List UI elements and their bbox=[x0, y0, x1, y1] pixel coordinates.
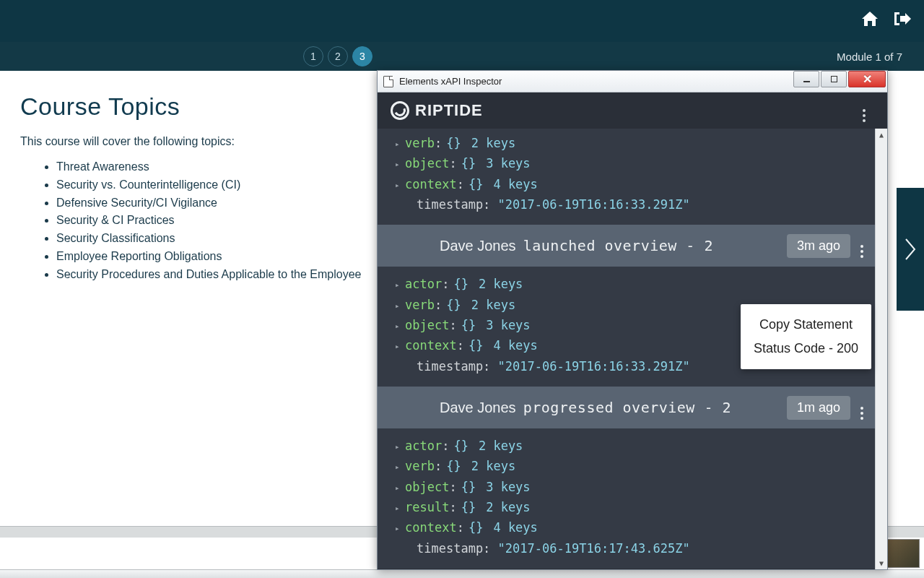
window-titlebar[interactable]: Elements xAPI Inspector ✕ bbox=[378, 71, 887, 92]
page-1[interactable]: 1 bbox=[303, 46, 323, 66]
statement-time-badge: 1m ago bbox=[787, 396, 850, 420]
json-row[interactable]: ▸context:{}4 keys bbox=[378, 174, 875, 194]
json-row[interactable]: ▸object:{}3 keys bbox=[378, 153, 875, 173]
json-row[interactable]: ▸result:{}2 keys bbox=[378, 497, 875, 517]
json-row[interactable]: ▸actor:{}2 keys bbox=[378, 274, 875, 294]
inspector-header: RIPTIDE bbox=[378, 92, 887, 129]
copy-statement-item[interactable]: Copy Statement bbox=[754, 313, 858, 337]
page-circles: 1 2 3 bbox=[303, 46, 372, 66]
page-2[interactable]: 2 bbox=[328, 46, 348, 66]
window-controls: ✕ bbox=[793, 71, 887, 92]
json-block: ▸actor:{}2 keys ▸verb:{}2 keys ▸object:{… bbox=[378, 428, 875, 569]
brand-logo: RIPTIDE bbox=[391, 101, 483, 120]
json-timestamp: timestamp: "2017-06-19T16:17:43.625Z" bbox=[378, 538, 875, 558]
json-timestamp: timestamp: "2017-06-19T16:16:33.291Z" bbox=[378, 194, 875, 215]
taskbar bbox=[0, 569, 924, 578]
page-3[interactable]: 3 bbox=[352, 46, 372, 66]
topbar bbox=[0, 0, 924, 42]
brand-name: RIPTIDE bbox=[415, 101, 483, 120]
statement-actor: Dave Jones bbox=[440, 238, 516, 254]
statement-actor: Dave Jones bbox=[440, 400, 516, 416]
json-block: ▸verb:{}2 keys ▸object:{}3 keys ▸context… bbox=[378, 129, 875, 225]
json-row[interactable]: ▸context:{}4 keys bbox=[378, 517, 875, 538]
taskbar-thumbnail[interactable] bbox=[886, 539, 920, 568]
statement-menu-icon[interactable] bbox=[860, 395, 863, 420]
header-menu-icon[interactable] bbox=[863, 99, 866, 122]
document-icon bbox=[383, 76, 393, 87]
json-row[interactable]: ▸verb:{}2 keys bbox=[378, 133, 875, 153]
exit-icon[interactable] bbox=[892, 10, 911, 32]
status-code-item[interactable]: Status Code - 200 bbox=[754, 337, 858, 361]
subbar: 1 2 3 Module 1 of 7 bbox=[0, 42, 924, 71]
inspector-window: Elements xAPI Inspector ✕ RIPTIDE ▸verb:… bbox=[377, 70, 888, 570]
riptide-icon bbox=[391, 101, 409, 120]
inspector-body: ▸verb:{}2 keys ▸object:{}3 keys ▸context… bbox=[378, 129, 887, 569]
statement-bar[interactable]: Dave Jones launched overview - 2 3m ago bbox=[378, 225, 875, 267]
statement-time-badge: 3m ago bbox=[787, 234, 850, 258]
maximize-button[interactable] bbox=[821, 71, 847, 87]
home-icon[interactable] bbox=[860, 10, 879, 32]
close-button[interactable]: ✕ bbox=[848, 71, 886, 87]
statement-verb-object: launched overview - 2 bbox=[523, 237, 713, 254]
json-row[interactable]: ▸actor:{}2 keys bbox=[378, 436, 875, 456]
statement-popup: Copy Statement Status Code - 200 bbox=[741, 304, 871, 369]
next-button[interactable] bbox=[897, 188, 924, 311]
statement-bar[interactable]: Dave Jones progressed overview - 2 1m ag… bbox=[378, 387, 875, 428]
statement-menu-icon[interactable] bbox=[860, 233, 863, 258]
statement-verb-object: progressed overview - 2 bbox=[523, 399, 731, 416]
minimize-button[interactable] bbox=[793, 71, 819, 87]
scroll-up-icon[interactable]: ▲ bbox=[876, 129, 887, 141]
window-title: Elements xAPI Inspector bbox=[399, 76, 502, 87]
json-row[interactable]: ▸object:{}3 keys bbox=[378, 477, 875, 497]
scroll-down-icon[interactable]: ▼ bbox=[876, 557, 887, 569]
scrollbar[interactable]: ▲ ▼ bbox=[875, 129, 887, 569]
module-label: Module 1 of 7 bbox=[837, 51, 902, 63]
json-row[interactable]: ▸verb:{}2 keys bbox=[378, 456, 875, 476]
